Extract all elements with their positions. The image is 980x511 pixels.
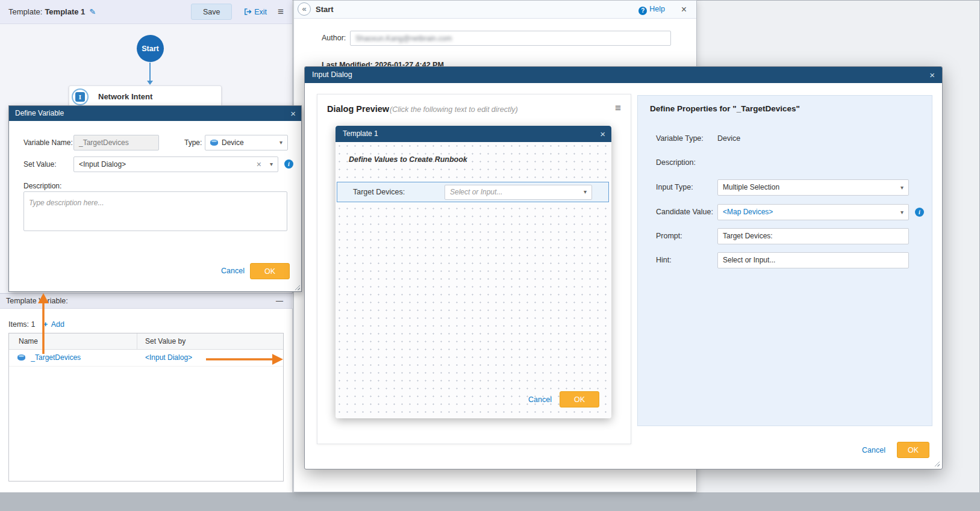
- add-icon[interactable]: +: [43, 320, 48, 329]
- chevron-down-icon: ▾: [279, 135, 282, 150]
- exit-button[interactable]: Exit: [244, 8, 267, 16]
- input-type-label: Input Type:: [656, 179, 693, 196]
- input-dialog-title: Input Dialog: [312, 70, 352, 79]
- define-properties-panel: Define Properties for "_TargetDevices" V…: [637, 95, 932, 426]
- define-variable-titlebar[interactable]: Define Variable ×: [9, 106, 301, 121]
- exit-label: Exit: [254, 8, 267, 16]
- exit-icon: [244, 8, 252, 16]
- device-icon: [210, 140, 218, 146]
- prompt-label: Prompt:: [656, 228, 682, 244]
- type-dropdown[interactable]: Device ▾: [205, 135, 288, 150]
- input-dialog-modal: Input Dialog × Dialog Preview (Click the…: [304, 66, 943, 469]
- hint-label: Hint:: [656, 252, 672, 268]
- candidate-value: <Map Devices>: [723, 205, 898, 220]
- close-icon[interactable]: ×: [681, 5, 687, 14]
- preview-inner-title: Template 1: [343, 129, 378, 138]
- preview-menu-icon[interactable]: ≡: [615, 102, 621, 114]
- preview-field-label[interactable]: Target Devices:: [353, 188, 405, 196]
- set-value-dropdown[interactable]: <Input Dialog> × ▾: [73, 156, 278, 172]
- description-textarea[interactable]: Type description here...: [23, 191, 287, 231]
- close-icon[interactable]: ×: [290, 109, 296, 118]
- table-row[interactable]: _TargetDevices <Input Dialog>: [9, 350, 283, 367]
- help-icon: ?: [638, 7, 647, 15]
- variable-name-input[interactable]: _TargetDevices: [73, 135, 159, 150]
- template-variable-header: Template Variable: —: [0, 293, 293, 309]
- cancel-button[interactable]: Cancel: [221, 267, 245, 275]
- input-type-value: Multiple Selection: [723, 180, 898, 195]
- editor-menu-icon[interactable]: ≡: [278, 6, 284, 18]
- ok-button[interactable]: OK: [897, 442, 929, 458]
- help-label: Help: [649, 5, 665, 13]
- define-properties-title: Define Properties for "_TargetDevices": [650, 104, 800, 113]
- flow-connector: [149, 63, 151, 81]
- flow-connector-arrowhead: [147, 81, 153, 85]
- preview-cancel-button[interactable]: Cancel: [528, 395, 552, 404]
- variable-name-label: Variable Name:: [23, 135, 73, 150]
- define-variable-title: Define Variable: [15, 109, 64, 117]
- set-value-by-cell[interactable]: <Input Dialog>: [145, 353, 192, 362]
- set-value-value: <Input Dialog>: [79, 157, 257, 172]
- template-variable-items-bar: Items: 1 + Add: [8, 320, 64, 329]
- col-header-name: Name: [9, 333, 137, 349]
- table-header-row: Name Set Value by: [9, 333, 283, 350]
- info-icon[interactable]: i: [284, 159, 293, 169]
- chevron-down-icon: ▾: [584, 185, 587, 199]
- start-dialog-title: Start: [316, 1, 334, 18]
- candidate-value-label: Candidate Value:: [656, 204, 713, 220]
- edit-template-name-icon[interactable]: ✎: [89, 7, 96, 16]
- resize-handle[interactable]: [933, 460, 940, 466]
- add-variable-button[interactable]: Add: [51, 320, 64, 329]
- screen: Template: Template 1 ✎ Save Exit ≡ Start…: [0, 0, 980, 511]
- template-label: Template:: [8, 7, 42, 16]
- cancel-button[interactable]: Cancel: [862, 446, 885, 454]
- resize-handle[interactable]: [293, 283, 300, 290]
- variable-name-cell[interactable]: _TargetDevices: [31, 353, 81, 362]
- dialog-preview-hint: (Click the following text to edit direct…: [390, 105, 518, 114]
- help-button[interactable]: ?Help: [638, 1, 665, 18]
- template-variable-table: Name Set Value by _TargetDevices <Input …: [8, 333, 284, 482]
- chevron-down-icon: ▾: [900, 205, 904, 220]
- flow-start-node[interactable]: Start: [137, 35, 164, 62]
- dialog-preview-title: Dialog Preview: [327, 104, 389, 114]
- set-value-label: Set Value:: [23, 156, 56, 172]
- chevron-down-icon[interactable]: ▾: [270, 157, 273, 172]
- author-label: Author:: [322, 34, 346, 42]
- save-button[interactable]: Save: [191, 4, 232, 20]
- type-value: Device: [222, 135, 277, 150]
- author-value: Shaoxun.Kang@netbrain.com: [355, 34, 452, 43]
- preview-field-row[interactable]: Target Devices: Select or Input... ▾: [337, 182, 609, 202]
- collapse-section-icon[interactable]: —: [276, 294, 283, 308]
- info-icon[interactable]: i: [915, 208, 924, 217]
- collapse-icon[interactable]: «: [298, 2, 311, 16]
- candidate-value-dropdown[interactable]: <Map Devices> ▾: [717, 204, 909, 220]
- start-dialog-titlebar: « Start ?Help ×: [294, 1, 696, 19]
- preview-field-placeholder: Select or Input...: [450, 185, 581, 199]
- template-variable-title: Template Variable:: [6, 297, 68, 305]
- input-dialog-titlebar[interactable]: Input Dialog ×: [305, 67, 942, 83]
- ok-button[interactable]: OK: [250, 263, 290, 279]
- close-icon[interactable]: ×: [600, 129, 605, 138]
- variable-type-label: Variable Type:: [656, 131, 704, 147]
- close-icon[interactable]: ×: [929, 70, 935, 79]
- prompt-input[interactable]: Target Devices:: [717, 228, 909, 244]
- bottom-strip: [0, 492, 980, 511]
- dialog-preview-panel: Dialog Preview (Click the following text…: [317, 94, 631, 444]
- preview-ok-button[interactable]: OK: [560, 391, 599, 407]
- type-label: Type:: [184, 135, 202, 150]
- template-name: Template 1: [45, 7, 85, 16]
- preview-heading[interactable]: Define Values to Create Runbook: [349, 155, 467, 164]
- chevron-down-icon: ▾: [900, 180, 904, 195]
- preview-inner-body: Define Values to Create Runbook Target D…: [336, 142, 611, 418]
- editor-toolbar: Template: Template 1 ✎ Save Exit ≡: [0, 0, 292, 24]
- input-type-dropdown[interactable]: Multiple Selection ▾: [717, 179, 909, 196]
- description-label: Description:: [656, 155, 696, 171]
- preview-inner-titlebar: Template 1 ×: [336, 126, 611, 142]
- variable-type-value: Device: [717, 131, 740, 147]
- network-intent-icon: I: [72, 88, 89, 105]
- preview-field-dropdown[interactable]: Select or Input... ▾: [445, 185, 592, 200]
- clear-icon[interactable]: ×: [257, 157, 261, 172]
- preview-inner-dialog: Template 1 × Define Values to Create Run…: [336, 126, 611, 418]
- network-intent-label: Network Intent: [98, 86, 152, 108]
- author-input[interactable]: Shaoxun.Kang@netbrain.com: [350, 31, 671, 46]
- hint-input[interactable]: Select or Input...: [717, 252, 909, 268]
